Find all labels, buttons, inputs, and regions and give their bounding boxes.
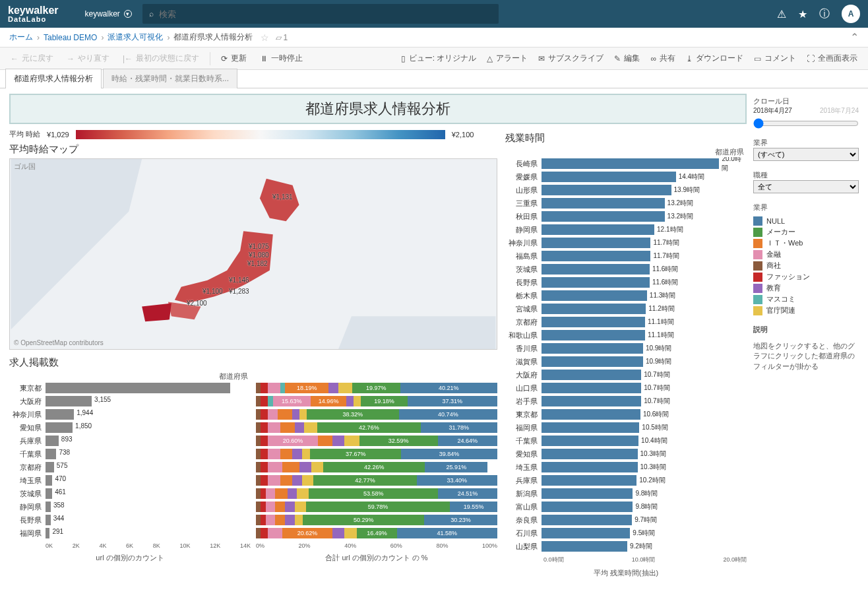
table-row[interactable]: 42.26%25.91% xyxy=(256,461,497,474)
table-row[interactable]: 愛知県10.3時間 xyxy=(505,447,747,461)
collapse-icon[interactable]: ⌃ xyxy=(850,31,859,44)
table-row[interactable]: 京都府11.1時間 xyxy=(505,315,747,329)
table-row[interactable]: 岩手県10.7時間 xyxy=(505,395,747,408)
table-row[interactable]: 兵庫県10.2時間 xyxy=(505,474,747,487)
table-row[interactable]: 新潟県9.8時間 xyxy=(505,487,747,500)
table-row[interactable]: 三重県13.2時間 xyxy=(505,197,747,210)
table-row[interactable]: 長野県344 xyxy=(9,513,251,527)
table-row[interactable]: 京都府575 xyxy=(9,461,251,474)
share-button[interactable]: ∞共有 xyxy=(645,50,681,67)
star-icon[interactable]: ☆ xyxy=(261,32,269,43)
table-row[interactable]: 和歌山県11.1時間 xyxy=(505,329,747,342)
table-row[interactable]: 山口県10.7時間 xyxy=(505,381,747,395)
breadcrumb-l2[interactable]: 派遣求人可視化 xyxy=(108,32,163,43)
table-row[interactable]: 栃木県11.3時間 xyxy=(505,289,747,302)
wage-map[interactable]: ゴル国 ¥1,131¥1,075¥1,080¥1,182¥1,146¥1,100… xyxy=(9,158,497,350)
table-row[interactable]: 長野県11.6時間 xyxy=(505,276,747,289)
info-icon[interactable]: ⓘ xyxy=(819,7,830,21)
crawl-date-slider[interactable] xyxy=(753,118,859,129)
overtime-chart[interactable]: 都道府県 長崎県20.0時間愛媛県14.4時間山形県13.9時間三重県13.2時… xyxy=(505,147,747,579)
legend-item[interactable]: ＩＴ・Web xyxy=(753,238,859,248)
subscribe-button[interactable]: ✉サブスクライブ xyxy=(533,50,609,67)
table-row[interactable]: 福岡県291 xyxy=(9,527,251,540)
table-row[interactable]: 59.78%19.55% xyxy=(256,500,497,513)
table-row[interactable]: 茨城県11.6時間 xyxy=(505,263,747,276)
table-row[interactable]: 53.58%24.51% xyxy=(256,487,497,500)
table-row[interactable]: 宮城県11.2時間 xyxy=(505,302,747,315)
table-row[interactable]: 大阪府3,155 xyxy=(9,395,251,408)
table-row[interactable]: 大阪府10.7時間 xyxy=(505,368,747,381)
table-row[interactable]: 神奈川県11.7時間 xyxy=(505,236,747,249)
table-row[interactable]: 42.76%31.78% xyxy=(256,421,497,434)
table-row[interactable]: 滋賀県10.9時間 xyxy=(505,355,747,368)
map-value-label: ¥2,100 xyxy=(187,300,207,307)
comment-button[interactable]: ▭コメント xyxy=(749,50,801,67)
industry-filter[interactable]: (すべて) xyxy=(753,148,859,161)
legend-item[interactable]: 官庁関連 xyxy=(753,306,859,315)
tab-timeseries[interactable]: 時給・残業時間・就業日数時系... xyxy=(103,69,237,88)
legend-item[interactable]: ファッション xyxy=(753,272,859,282)
table-row[interactable]: 山梨県9.2時間 xyxy=(505,540,747,553)
table-row[interactable]: 神奈川県1,944 xyxy=(9,408,251,421)
legend-item[interactable]: メーカー xyxy=(753,227,859,237)
table-row[interactable]: 20.62%16.49%41.58% xyxy=(256,527,497,540)
table-row[interactable]: 千葉県738 xyxy=(9,447,251,461)
table-row[interactable]: 18.19%19.97%40.21% xyxy=(256,381,497,395)
table-row[interactable]: 富山県9.8時間 xyxy=(505,500,747,513)
site-selector[interactable]: keywalker ▾ xyxy=(85,9,132,18)
table-row[interactable]: 東京都12,612 xyxy=(9,381,251,395)
alert-icon[interactable]: ⚠ xyxy=(777,8,786,20)
legend-item[interactable]: 商社 xyxy=(753,261,859,271)
table-row[interactable]: 埼玉県10.3時間 xyxy=(505,461,747,474)
jobtype-filter[interactable]: 全て xyxy=(753,180,859,193)
redo-button[interactable]: →やり直す xyxy=(61,50,115,67)
redo-icon: → xyxy=(67,54,75,63)
table-row[interactable]: 20.60%32.59%24.64% xyxy=(256,434,497,447)
table-row[interactable]: 長崎県20.0時間 xyxy=(505,157,747,170)
table-row[interactable]: 東京都10.6時間 xyxy=(505,408,747,421)
table-row[interactable]: 秋田県13.2時間 xyxy=(505,210,747,223)
edit-button[interactable]: ✎編集 xyxy=(609,50,645,67)
legend-item[interactable]: 金融 xyxy=(753,249,859,259)
view-button[interactable]: ▯ビュー: オリジナル xyxy=(396,50,482,67)
jobs-pct-chart[interactable]: 18.19%19.97%40.21%15.63%14.96%19.18%37.3… xyxy=(256,372,497,564)
table-row[interactable]: 茨城県461 xyxy=(9,487,251,500)
search-input[interactable]: ⌕ xyxy=(142,4,499,24)
pause-button[interactable]: ⏸一時停止 xyxy=(255,50,308,67)
table-row[interactable]: 38.32%40.74% xyxy=(256,408,497,421)
color-legend-title: 業界 xyxy=(753,203,859,212)
table-row[interactable]: 千葉県10.4時間 xyxy=(505,434,747,447)
table-row[interactable]: 静岡県358 xyxy=(9,500,251,513)
table-row[interactable]: 埼玉県470 xyxy=(9,474,251,487)
revert-button[interactable]: |←最初の状態に戻す xyxy=(117,50,204,67)
download-button[interactable]: ⤓ダウンロード xyxy=(681,50,749,67)
legend-item[interactable]: 教育 xyxy=(753,283,859,293)
legend-item[interactable]: マスコミ xyxy=(753,294,859,304)
favorite-icon[interactable]: ★ xyxy=(798,8,807,20)
table-row[interactable]: 奈良県9.7時間 xyxy=(505,513,747,527)
table-row[interactable]: 福島県11.7時間 xyxy=(505,249,747,263)
table-row[interactable]: 静岡県12.1時間 xyxy=(505,223,747,236)
tab-prefecture-analysis[interactable]: 都道府県求人情報分析 xyxy=(5,69,102,88)
breadcrumb-l1[interactable]: Tableau DEMO xyxy=(44,33,97,42)
table-row[interactable]: 50.29%30.23% xyxy=(256,513,497,527)
table-row[interactable]: 37.67%39.84% xyxy=(256,447,497,461)
legend-item[interactable]: NULL xyxy=(753,216,859,226)
jobs-count-chart[interactable]: 都道府県 東京都12,612大阪府3,155神奈川県1,944愛知県1,850兵… xyxy=(9,372,251,564)
table-row[interactable]: 福岡県10.5時間 xyxy=(505,421,747,434)
table-row[interactable]: 石川県9.5時間 xyxy=(505,527,747,540)
table-row[interactable]: 山形県13.9時間 xyxy=(505,183,747,197)
breadcrumb-home[interactable]: ホーム xyxy=(9,32,33,43)
table-row[interactable]: 愛媛県14.4時間 xyxy=(505,170,747,183)
table-row[interactable]: 42.77%33.40% xyxy=(256,474,497,487)
logo: keywalker DataLabo xyxy=(8,5,59,23)
table-row[interactable]: 兵庫県893 xyxy=(9,434,251,447)
refresh-button[interactable]: ⟳更新 xyxy=(216,50,252,67)
table-row[interactable]: 愛知県1,850 xyxy=(9,421,251,434)
table-row[interactable]: 15.63%14.96%19.18%37.31% xyxy=(256,395,497,408)
alert-button[interactable]: △アラート xyxy=(481,50,533,67)
fullscreen-button[interactable]: ⛶全画面表示 xyxy=(801,50,863,67)
table-row[interactable]: 香川県10.9時間 xyxy=(505,342,747,355)
avatar[interactable]: A xyxy=(842,5,860,23)
undo-button[interactable]: ←元に戻す xyxy=(5,50,59,67)
